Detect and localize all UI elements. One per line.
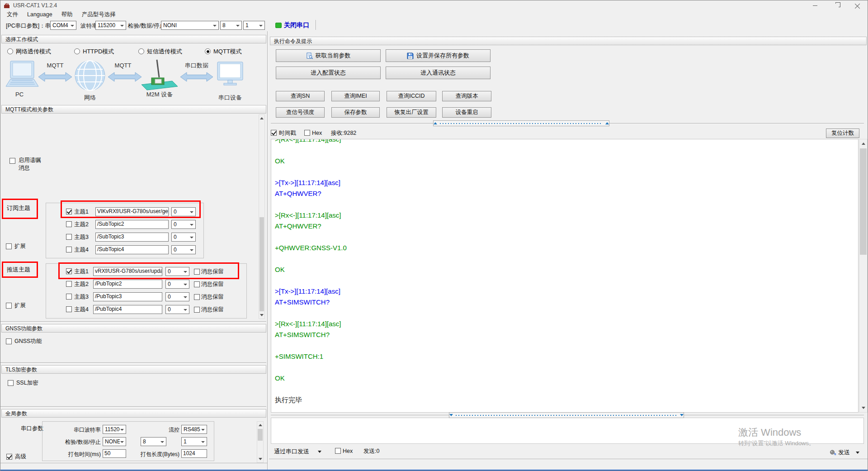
panel-divider[interactable] — [267, 31, 268, 470]
sub-topic-1-input[interactable]: VIKvRXf/USR-G780s/user/get — [95, 207, 169, 216]
cmd-button-large-3[interactable]: 进入通讯状态 — [386, 67, 491, 79]
close-port-button[interactable]: 关闭串口 — [284, 21, 309, 29]
flow-select[interactable]: RS485 — [181, 425, 207, 434]
global-baud-select[interactable]: 115200 — [103, 425, 126, 434]
sub-topic-1-qos-select[interactable]: 0 — [171, 207, 196, 216]
scrollbar-thumb[interactable] — [258, 429, 263, 441]
menu-item-0[interactable]: 文件 — [2, 10, 23, 19]
splitter-handle[interactable] — [433, 120, 609, 126]
sub-topic-2-checkbox[interactable] — [66, 221, 72, 227]
pub-topic-2-retain-checkbox[interactable] — [194, 281, 200, 287]
pub-topic-1-input[interactable]: vRXf/USR-G780s/user/update — [93, 267, 162, 276]
close-button[interactable] — [849, 0, 867, 10]
pub-topic-1-retain-checkbox[interactable] — [194, 269, 200, 275]
will-message-checkbox[interactable] — [9, 158, 15, 164]
pub-topic-3-qos-select[interactable]: 0 — [165, 292, 189, 301]
subscribe-extend-checkbox[interactable] — [6, 243, 12, 249]
pub-topic-4-retain-checkbox[interactable] — [194, 307, 200, 313]
stopbits-select[interactable]: 1 — [243, 21, 265, 30]
pub-topic-2-checkbox[interactable] — [66, 281, 72, 287]
cmd-button-small-5[interactable]: 保存参数 — [331, 107, 380, 118]
sub-topic-4-input[interactable]: /SubTopic4 — [95, 245, 169, 254]
work-mode-radio-3[interactable] — [205, 48, 211, 54]
scrollbar-thumb[interactable] — [259, 217, 264, 311]
reset-count-button[interactable]: 复位计数 — [826, 128, 859, 138]
work-mode-label-0[interactable]: 网络透传模式 — [16, 48, 51, 55]
terminal-scrollbar[interactable] — [859, 139, 868, 413]
ssl-checkbox[interactable] — [8, 380, 14, 386]
cmd-button-small-0[interactable]: 查询SN — [276, 91, 325, 101]
cmd-button-large-2[interactable]: 进入配置状态 — [276, 67, 381, 79]
sub-topic-3-qos-select[interactable]: 0 — [171, 233, 196, 242]
menu-item-2[interactable]: 帮助 — [57, 10, 77, 19]
scrollbar-thumb[interactable] — [860, 148, 867, 255]
sub-topic-3-checkbox[interactable] — [66, 234, 72, 240]
menu-item-1[interactable]: Language — [23, 10, 57, 19]
chevron-down-icon[interactable] — [856, 452, 859, 454]
cmd-button-small-6[interactable]: 恢复出厂设置 — [387, 107, 436, 118]
sub-topic-1-checkbox[interactable] — [66, 209, 72, 214]
maximize-restore-button[interactable] — [827, 0, 845, 10]
send-hex-checkbox[interactable] — [335, 448, 341, 454]
com-port-select[interactable]: COM4 — [50, 21, 76, 30]
scroll-down-icon[interactable] — [859, 404, 867, 411]
work-mode-radio-1[interactable] — [74, 48, 80, 54]
pub-topic-4-input[interactable]: /PubTopic4 — [93, 305, 162, 314]
databits-select[interactable]: 8 — [220, 21, 242, 30]
sub-topic-4-qos-select[interactable]: 0 — [171, 245, 196, 254]
pub-topic-3-retain-checkbox[interactable] — [194, 294, 200, 300]
pub-topic-2-qos-select[interactable]: 0 — [165, 280, 189, 289]
pub-topic-2-input[interactable]: /PubTopic2 — [93, 280, 162, 289]
sub-topic-4-checkbox[interactable] — [66, 247, 72, 252]
scroll-down-icon[interactable] — [259, 312, 264, 319]
scroll-up-icon[interactable] — [259, 115, 264, 122]
work-mode-radio-0[interactable] — [7, 48, 13, 54]
pub-topic-3-input[interactable]: /PubTopic3 — [93, 292, 162, 301]
send-via-serial-button[interactable]: 通过串口发送 — [274, 447, 309, 455]
scroll-down-icon[interactable] — [257, 456, 263, 462]
cmd-button-large-0[interactable]: 获取当前参数 — [276, 49, 381, 62]
cmd-button-small-2[interactable]: 查询ICCID — [387, 91, 436, 101]
work-mode-label-2[interactable]: 短信透传模式 — [147, 48, 182, 55]
recv-hex-checkbox[interactable] — [304, 130, 310, 136]
chevron-down-icon[interactable] — [318, 451, 321, 453]
global-stopbits-select[interactable]: 1 — [181, 437, 207, 446]
work-mode-label-1[interactable]: HTTPD模式 — [83, 48, 114, 55]
work-mode-radio-2[interactable] — [138, 48, 144, 54]
advanced-checkbox[interactable] — [6, 454, 12, 460]
pub-topic-4-qos-select[interactable]: 0 — [165, 305, 189, 314]
cmd-button-small-7[interactable]: 设备重启 — [442, 107, 491, 118]
global-databits-select[interactable]: 8 — [141, 437, 166, 446]
pub-topic-1-checkbox[interactable] — [66, 268, 72, 274]
pack-len-input[interactable]: 1024 — [181, 449, 207, 458]
pub-topic-3-checkbox[interactable] — [66, 294, 72, 300]
sub-topic-3-input[interactable]: /SubTopic3 — [95, 233, 169, 242]
scroll-up-icon[interactable] — [257, 422, 263, 428]
scroll-up-icon[interactable] — [859, 140, 867, 147]
sub-topic-2-qos-select[interactable]: 0 — [171, 220, 196, 229]
cmd-button-large-1[interactable]: 设置并保存所有参数 — [386, 49, 491, 62]
serial-params-label: 串口参数 — [21, 425, 43, 432]
splitter-handle[interactable] — [449, 412, 684, 418]
timestamp-checkbox[interactable] — [271, 130, 277, 136]
cmd-button-small-3[interactable]: 查询版本 — [442, 91, 491, 101]
cmd-button-small-1[interactable]: 查询IMEI — [331, 91, 380, 101]
mqtt-panel-scrollbar[interactable] — [259, 114, 265, 319]
terminal-output[interactable]: >[Rx<-][11:17:14][asc]OK>[Tx->][11:17:14… — [271, 139, 859, 413]
baud-select[interactable]: 115200 — [95, 21, 126, 30]
cmd-button-small-4[interactable]: 查信号强度 — [276, 107, 325, 118]
publish-extend-checkbox[interactable] — [6, 303, 12, 309]
sub-topic-2-input[interactable]: /SubTopic2 — [95, 220, 169, 229]
left-bottom-divider — [0, 463, 267, 464]
pack-time-input[interactable]: 50 — [103, 449, 126, 458]
global-parity-select[interactable]: NONE — [103, 437, 126, 446]
send-button[interactable]: 发送 — [838, 448, 850, 456]
global-panel-scrollbar[interactable] — [257, 421, 264, 463]
minimize-button[interactable] — [806, 0, 824, 10]
pub-topic-4-checkbox[interactable] — [66, 306, 72, 312]
pub-topic-1-qos-select[interactable]: 0 — [165, 267, 189, 276]
gnss-checkbox[interactable] — [6, 338, 12, 344]
menu-item-3[interactable]: 产品型号选择 — [77, 10, 120, 19]
parity-select[interactable]: NONI — [161, 21, 219, 30]
work-mode-label-3[interactable]: MQTT模式 — [213, 48, 242, 55]
